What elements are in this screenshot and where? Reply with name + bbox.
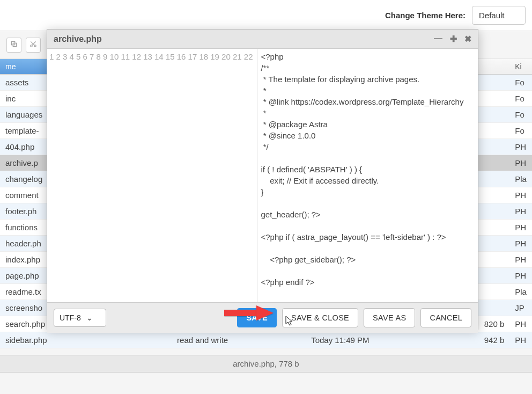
cell-kind: Pla	[509, 284, 532, 300]
cell-perm: read and write	[172, 332, 306, 348]
cell-kind: PH	[509, 203, 532, 220]
editor-title: archive.php	[54, 34, 434, 44]
cell-kind: Pla	[509, 171, 532, 187]
cell-kind: PH	[509, 155, 532, 171]
cell-mod: Today 11:49 PM	[306, 332, 434, 348]
cell-kind: PH	[509, 236, 532, 252]
cursor-icon	[284, 315, 294, 327]
code-editor[interactable]: 1 2 3 4 5 6 7 8 9 10 11 12 13 14 15 16 1…	[47, 49, 478, 302]
cancel-button[interactable]: CANCEL	[420, 308, 471, 327]
cell-kind: Fo	[509, 123, 532, 139]
editor-header: archive.php — ✚ ✖	[47, 30, 478, 49]
maximize-icon[interactable]: ✚	[450, 34, 457, 44]
cell-name: sidebar.php	[0, 332, 172, 348]
encoding-select[interactable]: UTF-8 ⌄	[54, 309, 106, 327]
cell-size: 942 b	[434, 332, 509, 348]
col-kind[interactable]: Ki	[509, 59, 532, 75]
save-as-button[interactable]: SAVE AS	[364, 308, 415, 327]
encoding-value: UTF-8	[60, 313, 81, 322]
code-lines[interactable]: <?php /** * The template for displaying …	[258, 49, 464, 302]
cell-kind: PH	[509, 139, 532, 155]
theme-select-value: Default	[479, 11, 505, 20]
line-gutter: 1 2 3 4 5 6 7 8 9 10 11 12 13 14 15 16 1…	[47, 49, 258, 302]
cell-kind: PH	[509, 220, 532, 236]
status-bar: archive.php, 778 b	[0, 355, 532, 373]
theme-select[interactable]: Default	[472, 6, 526, 25]
table-row[interactable]: sidebar.phpread and writeToday 11:49 PM9…	[0, 332, 532, 348]
editor-body: 1 2 3 4 5 6 7 8 9 10 11 12 13 14 15 16 1…	[47, 49, 478, 302]
cell-kind: PH	[509, 316, 532, 332]
cell-kind: PH	[509, 252, 532, 268]
chevron-down-icon: ⌄	[86, 313, 93, 322]
editor-footer: UTF-8 ⌄ SAVE SAVE & CLOSE SAVE AS CANCEL	[47, 302, 478, 333]
save-button[interactable]: SAVE	[237, 308, 277, 327]
close-icon[interactable]: ✖	[464, 34, 471, 44]
editor-modal: archive.php — ✚ ✖ 1 2 3 4 5 6 7 8 9 10 1…	[47, 29, 478, 330]
cell-kind: Fo	[509, 91, 532, 107]
cell-kind: Fo	[509, 75, 532, 91]
minimize-icon[interactable]: —	[434, 34, 442, 44]
top-bar: Change Theme Here: Default	[0, 0, 532, 31]
copy-icon[interactable]	[6, 38, 21, 53]
cell-kind: PH	[509, 187, 532, 203]
cut-icon[interactable]	[26, 38, 41, 53]
cell-kind: Fo	[509, 107, 532, 123]
cell-kind: PH	[509, 332, 532, 348]
cell-kind: PH	[509, 268, 532, 284]
cell-kind: JP	[509, 300, 532, 316]
theme-label: Change Theme Here:	[385, 11, 466, 20]
